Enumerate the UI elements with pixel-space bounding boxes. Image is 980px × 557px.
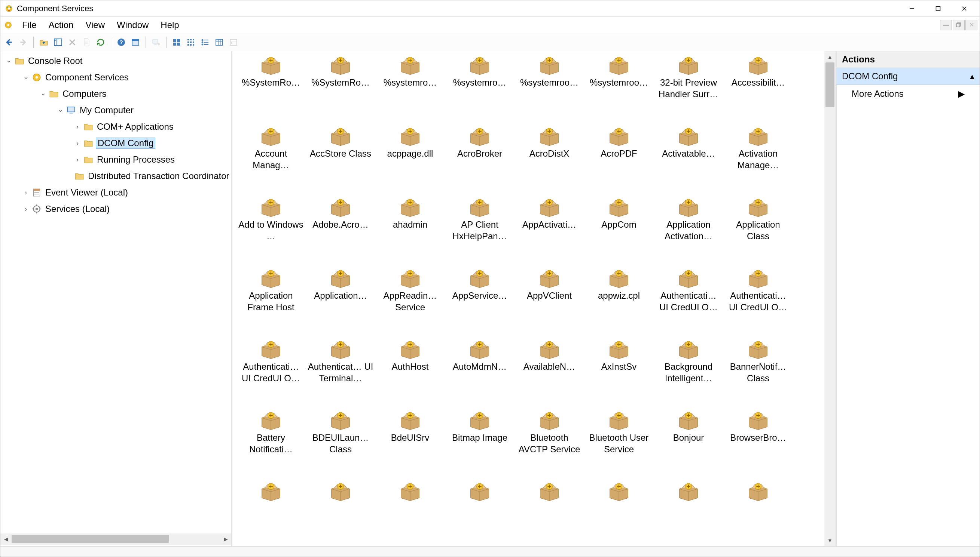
menu-window[interactable]: Window — [111, 18, 155, 32]
vertical-scrollbar[interactable]: ▲ ▼ — [824, 51, 836, 546]
toolbar-view-details[interactable] — [213, 36, 225, 49]
dcom-item[interactable]: AccStore Class — [306, 124, 375, 195]
tree-console-root[interactable]: ⌄Console Root — [0, 53, 231, 69]
dcom-item[interactable]: AP Client HxHelpPan… — [445, 195, 514, 267]
toolbar-nav-back[interactable] — [3, 36, 15, 49]
dcom-item[interactable]: AppReadin… Service — [375, 267, 445, 337]
menu-action[interactable]: Action — [42, 18, 80, 32]
scroll-left-arrow[interactable]: ◀ — [0, 536, 11, 542]
toolbar-view-small[interactable] — [185, 36, 197, 49]
dcom-item[interactable]: Authenticati… UI CredUI O… — [654, 267, 723, 337]
dcom-item[interactable]: AcroDistX — [514, 124, 584, 195]
dcom-item[interactable] — [306, 480, 375, 546]
tree-computers[interactable]: ⌄Computers — [0, 86, 231, 102]
dcom-item[interactable]: BdeUISrv — [375, 409, 445, 480]
dcom-item[interactable]: Authenticati… UI CredUI O… — [236, 337, 306, 409]
dcom-item[interactable]: %SystemRo… — [236, 54, 306, 124]
expander-icon[interactable]: ⌄ — [56, 106, 65, 114]
dcom-item[interactable]: ahadmin — [375, 195, 445, 267]
expander-icon[interactable]: › — [21, 205, 30, 213]
dcom-item[interactable] — [584, 480, 654, 546]
toolbar-show-window[interactable] — [129, 36, 142, 49]
dcom-item[interactable]: acppage.dll — [375, 124, 445, 195]
maximize-button[interactable] — [925, 1, 951, 16]
scroll-down-arrow[interactable]: ▼ — [824, 535, 836, 546]
scroll-thumb[interactable] — [11, 535, 169, 543]
expander-icon[interactable]: › — [73, 123, 82, 131]
minimize-button[interactable] — [899, 1, 925, 16]
scroll-thumb[interactable] — [825, 62, 835, 107]
toolbar-refresh[interactable] — [94, 36, 107, 49]
toolbar-up-one-level[interactable] — [38, 36, 50, 49]
tree-running-processes[interactable]: ›Running Processes — [0, 151, 231, 168]
dcom-item[interactable] — [445, 480, 514, 546]
dcom-item[interactable]: Authenticat… UI Terminal… — [306, 337, 375, 409]
tree-event-viewer[interactable]: ›Event Viewer (Local) — [0, 184, 231, 201]
tree-my-computer[interactable]: ⌄My Computer — [0, 102, 231, 119]
dcom-item[interactable] — [654, 480, 723, 546]
dcom-item[interactable]: Adobe.Acro… — [306, 195, 375, 267]
tree-com-applications[interactable]: ›COM+ Applications — [0, 119, 231, 135]
scroll-right-arrow[interactable]: ▶ — [220, 536, 231, 542]
dcom-item[interactable]: %systemro… — [375, 54, 445, 124]
dcom-item[interactable]: Bitmap Image — [445, 409, 514, 480]
dcom-item[interactable]: AvailableN… — [514, 337, 584, 409]
dcom-item[interactable]: %systemroo… — [514, 54, 584, 124]
dcom-item[interactable]: Application Frame Host — [236, 267, 306, 337]
toolbar-show-hide-tree[interactable] — [52, 36, 64, 49]
dcom-item[interactable]: Bluetooth AVCTP Service — [514, 409, 584, 480]
dcom-item[interactable]: Bonjour — [654, 409, 723, 480]
dcom-item[interactable]: AppVClient — [514, 267, 584, 337]
actions-section-title[interactable]: DCOM Config ▴ — [837, 68, 980, 85]
expander-icon[interactable]: › — [73, 156, 82, 164]
dcom-item[interactable]: Background Intelligent… — [654, 337, 723, 409]
toolbar-view-large[interactable] — [170, 36, 183, 49]
tree-horizontal-scrollbar[interactable]: ◀ ▶ — [0, 533, 231, 545]
toolbar-help[interactable]: ? — [115, 36, 127, 49]
dcom-item[interactable]: Activatable… — [654, 124, 723, 195]
dcom-item[interactable]: %SystemRo… — [306, 54, 375, 124]
dcom-item[interactable]: Accessibilit… — [723, 54, 793, 124]
menu-help[interactable]: Help — [155, 18, 185, 32]
mdi-minimize-button[interactable]: — — [940, 20, 952, 30]
dcom-item[interactable] — [236, 480, 306, 546]
tree-services-local[interactable]: ›Services (Local) — [0, 201, 231, 217]
dcom-item[interactable]: AppActivati… — [514, 195, 584, 267]
dcom-item[interactable]: Application… — [306, 267, 375, 337]
dcom-item[interactable] — [375, 480, 445, 546]
dcom-item[interactable]: AppCom — [584, 195, 654, 267]
more-actions[interactable]: More Actions ▶ — [837, 85, 980, 103]
dcom-item[interactable]: appwiz.cpl — [584, 267, 654, 337]
dcom-item[interactable] — [514, 480, 584, 546]
dcom-item[interactable]: BrowserBro… — [723, 409, 793, 480]
scroll-up-arrow[interactable]: ▲ — [824, 51, 836, 62]
dcom-item[interactable]: 32-bit Preview Handler Surr… — [654, 54, 723, 124]
close-button[interactable] — [951, 1, 977, 16]
dcom-item[interactable]: Battery Notificati… — [236, 409, 306, 480]
expander-icon[interactable]: ⌄ — [4, 56, 13, 64]
dcom-item[interactable]: BannerNotif… Class — [723, 337, 793, 409]
dcom-item[interactable]: AutoMdmN… — [445, 337, 514, 409]
dcom-item[interactable]: %systemro… — [445, 54, 514, 124]
tree-component-services[interactable]: ⌄Component Services — [0, 69, 231, 86]
dcom-item[interactable]: AuthHost — [375, 337, 445, 409]
dcom-item[interactable]: %systemroo… — [584, 54, 654, 124]
expander-icon[interactable]: ⌄ — [39, 89, 47, 97]
tree-dtc[interactable]: Distributed Transaction Coordinator — [0, 168, 231, 184]
mdi-restore-button[interactable] — [953, 20, 965, 30]
menu-view[interactable]: View — [79, 18, 111, 32]
dcom-item[interactable]: Add to Windows … — [236, 195, 306, 267]
dcom-item[interactable]: AppService… — [445, 267, 514, 337]
expander-icon[interactable]: › — [73, 139, 82, 147]
dcom-item[interactable]: Account Manag… — [236, 124, 306, 195]
dcom-item[interactable]: AcroPDF — [584, 124, 654, 195]
tree-dcom-config[interactable]: ›DCOM Config — [0, 135, 231, 151]
dcom-item[interactable]: Application Activation… — [654, 195, 723, 267]
dcom-item[interactable]: Application Class — [723, 195, 793, 267]
dcom-item[interactable]: AxInstSv — [584, 337, 654, 409]
menu-file[interactable]: File — [16, 18, 42, 32]
dcom-item[interactable]: Activation Manage… — [723, 124, 793, 195]
expander-icon[interactable]: › — [21, 189, 30, 197]
toolbar-view-list[interactable] — [199, 36, 211, 49]
dcom-item[interactable]: BDEUILaun… Class — [306, 409, 375, 480]
